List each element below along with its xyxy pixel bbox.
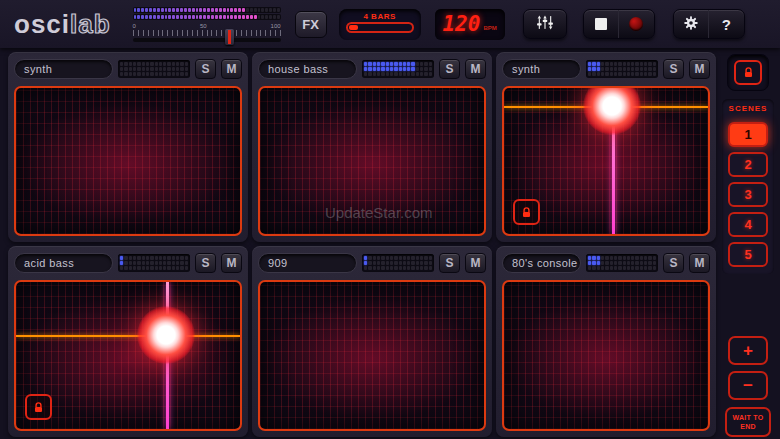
settings-help-group: ? — [673, 9, 745, 39]
scene-button-2[interactable]: 2 — [728, 152, 768, 177]
bars-progress-fill — [349, 25, 358, 30]
logo-part-lab: lab — [70, 9, 111, 39]
crosshair-horizontal — [16, 335, 240, 337]
track-name-field[interactable]: acid bass — [14, 253, 113, 273]
fx-button[interactable]: FX — [295, 11, 327, 38]
lock-icon — [32, 401, 45, 414]
bpm-value: 120 — [442, 14, 480, 35]
panel-header: house bass S M — [258, 57, 486, 81]
panel-header: synth S M — [14, 57, 242, 81]
faders-icon — [535, 14, 555, 34]
xy-pad[interactable] — [14, 86, 242, 236]
panel-header: 909 S M — [258, 251, 486, 275]
scale-label-0: 0 — [133, 23, 136, 30]
scene-sidebar: SCENES 1 2 3 4 5 + − WAIT TO END — [716, 48, 780, 439]
lock-frame — [734, 60, 762, 85]
level-meter-bottom-row — [133, 14, 281, 20]
settings-button[interactable] — [674, 10, 709, 38]
panel-header: 80's console S M — [502, 251, 710, 275]
xy-pad[interactable] — [258, 86, 486, 236]
xy-pad[interactable] — [258, 280, 486, 431]
mute-button[interactable]: M — [465, 59, 486, 79]
help-button[interactable]: ? — [708, 10, 744, 38]
mute-button[interactable]: M — [221, 253, 242, 273]
top-toolbar: oscilab 0 50 100 FX 4 BARS — [0, 0, 780, 48]
logo-part-osci: osci — [14, 9, 70, 39]
stop-button[interactable] — [584, 10, 619, 38]
step-sequence-display[interactable] — [586, 254, 658, 272]
xy-pad[interactable] — [502, 86, 710, 236]
oscilab-app: oscilab 0 50 100 FX 4 BARS — [0, 0, 780, 439]
cursor-orb[interactable] — [583, 86, 641, 135]
xy-pad[interactable] — [14, 280, 242, 431]
wait-to-end-button[interactable]: WAIT TO END — [725, 407, 771, 437]
bpm-unit-label: BPM — [483, 25, 496, 31]
scale-label-100: 100 — [271, 23, 281, 30]
mixer-button[interactable] — [523, 9, 567, 39]
level-meter-and-slider: 0 50 100 — [133, 7, 281, 41]
gear-icon — [683, 15, 699, 34]
mute-button[interactable]: M — [689, 59, 710, 79]
solo-button[interactable]: S — [663, 59, 684, 79]
track-panel-synth-2: synth S M — [496, 52, 716, 242]
slider-tick-marks — [133, 30, 281, 36]
cursor-orb[interactable] — [137, 306, 195, 364]
bars-progress-track — [346, 22, 414, 33]
xy-pad[interactable] — [502, 280, 710, 431]
bars-progress-display[interactable]: 4 BARS — [339, 9, 421, 40]
scale-label-50: 50 — [200, 23, 207, 30]
track-name-field[interactable]: 80's console — [502, 253, 581, 273]
record-icon — [629, 17, 643, 31]
slider-thumb[interactable] — [225, 29, 234, 45]
bars-label: 4 BARS — [346, 12, 414, 21]
mute-button[interactable]: M — [689, 253, 710, 273]
pad-lock-button[interactable] — [513, 199, 540, 225]
track-name-field[interactable]: 909 — [258, 253, 357, 273]
solo-button[interactable]: S — [195, 59, 216, 79]
panel-header: acid bass S M — [14, 251, 242, 275]
scenes-title: SCENES — [729, 104, 768, 113]
scene-button-1[interactable]: 1 — [728, 122, 768, 147]
mute-button[interactable]: M — [221, 59, 242, 79]
step-sequence-display[interactable] — [362, 254, 434, 272]
pad-lock-button[interactable] — [25, 394, 52, 420]
scene-button-4[interactable]: 4 — [728, 212, 768, 237]
track-panel-909: 909 S M — [252, 246, 492, 437]
master-slider[interactable]: 0 50 100 — [133, 23, 281, 41]
track-panels-grid: synth S M house bass S M — [0, 48, 716, 439]
remove-scene-button[interactable]: − — [728, 371, 768, 400]
track-name-field[interactable]: synth — [14, 59, 113, 79]
bpm-display[interactable]: 120 BPM — [435, 9, 505, 40]
panel-header: synth S M — [502, 57, 710, 81]
slider-scale-labels: 0 50 100 — [133, 23, 281, 30]
solo-button[interactable]: S — [439, 253, 460, 273]
track-panel-house-bass: house bass S M — [252, 52, 492, 242]
global-lock-button[interactable] — [727, 54, 769, 91]
record-button[interactable] — [618, 10, 654, 38]
scene-button-3[interactable]: 3 — [728, 182, 768, 207]
step-sequence-display[interactable] — [118, 60, 190, 78]
solo-button[interactable]: S — [439, 59, 460, 79]
stop-icon — [595, 18, 607, 30]
track-panel-80s-console: 80's console S M — [496, 246, 716, 437]
step-sequence-display[interactable] — [586, 60, 658, 78]
track-panel-acid-bass: acid bass S M — [8, 246, 248, 437]
add-scene-button[interactable]: + — [728, 336, 768, 365]
transport-controls — [583, 9, 655, 39]
level-meter-top-row — [133, 7, 281, 13]
track-name-field[interactable]: synth — [502, 59, 581, 79]
track-name-field[interactable]: house bass — [258, 59, 357, 79]
solo-button[interactable]: S — [195, 253, 216, 273]
slider-track[interactable] — [133, 38, 281, 42]
step-sequence-display[interactable] — [362, 60, 434, 78]
solo-button[interactable]: S — [663, 253, 684, 273]
scenes-box: SCENES 1 2 3 4 5 — [722, 99, 774, 274]
scene-button-5[interactable]: 5 — [728, 242, 768, 267]
lock-icon — [742, 66, 755, 79]
app-logo: oscilab — [14, 9, 111, 40]
mute-button[interactable]: M — [465, 253, 486, 273]
lock-icon — [520, 206, 533, 219]
step-sequence-display[interactable] — [118, 254, 190, 272]
track-panel-synth-1: synth S M — [8, 52, 248, 242]
